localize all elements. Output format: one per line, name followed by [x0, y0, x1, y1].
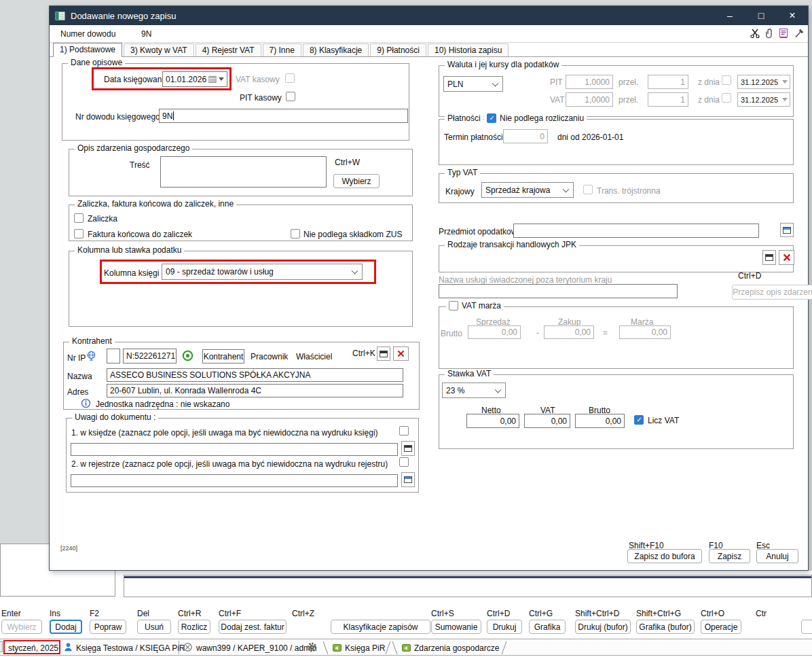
jpk-lookup-button[interactable] — [762, 250, 776, 265]
pin-icon[interactable] — [794, 28, 806, 40]
tresc-textarea[interactable] — [160, 156, 327, 188]
vat-marza-checkbox[interactable] — [449, 301, 458, 310]
vat-input[interactable]: 0,00 — [524, 414, 570, 428]
status-tab-ksiega-pir[interactable]: Księga PiR — [345, 643, 385, 653]
tab-klasyfikacje[interactable]: 8) Klasyfikacje — [303, 43, 369, 56]
vat-kasowy-checkbox — [285, 73, 295, 83]
partial-button[interactable] — [801, 620, 812, 634]
jednostka-nadrzedna-text: Jednostka nadrzędna : nie wskazano — [96, 399, 229, 409]
group-kolumna: Kolumna lub stawka podatku — [69, 251, 413, 327]
key-ctrl-f: Ctrl+F — [219, 609, 241, 618]
grafika-bufor-button[interactable]: Grafika (bufor) — [636, 620, 695, 634]
wlasciciel-toggle[interactable]: Właściciel — [296, 352, 332, 361]
notes-icon[interactable] — [778, 28, 790, 40]
uwaga-rejestr-lookup-button[interactable] — [401, 472, 415, 487]
data-ksiegowania-field[interactable]: 01.01.2026 — [162, 71, 227, 87]
window-icon — [783, 227, 791, 234]
nip-input[interactable]: N:5222612717 — [123, 349, 177, 363]
status-tab-zdarzenia[interactable]: Zdarzenia gospodarcze — [414, 643, 499, 653]
group-title: Stawka VAT — [445, 369, 494, 378]
kontrahent-toggle[interactable]: Kontrahent — [202, 349, 244, 363]
klasyfikacje-zapisow-button[interactable]: Klasyfikacje zapisów — [331, 620, 430, 634]
nr-dowodu-input[interactable]: 9N — [159, 109, 408, 123]
chevron-down-icon — [563, 185, 570, 192]
period-indicator[interactable]: styczeń, 2025 — [8, 643, 58, 653]
licz-vat-checkbox[interactable] — [634, 415, 644, 425]
chevron-down-icon — [352, 268, 358, 274]
stawka-vat-select[interactable]: 23 % — [442, 383, 506, 398]
zaliczka-label: Zaliczka — [88, 214, 117, 224]
uwaga-ksiega-checkbox[interactable] — [399, 426, 409, 436]
separator — [179, 641, 179, 654]
zaliczka-checkbox[interactable] — [74, 213, 84, 223]
typ-vat-select[interactable]: Sprzedaż krajowa — [481, 182, 574, 198]
dodaj-button[interactable]: Dodaj — [50, 620, 82, 634]
tab-kwoty-w-vat[interactable]: 3) Kwoty w VAT — [124, 43, 194, 56]
kontrahent-lookup-button[interactable] — [377, 347, 390, 361]
przedmiot-lookup-button[interactable] — [780, 223, 794, 237]
minimize-button[interactable]: – — [714, 6, 745, 25]
netto-input[interactable]: 0,00 — [466, 414, 519, 428]
globe-icon[interactable] — [86, 351, 96, 363]
nr-ip-prefix-input[interactable] — [107, 349, 120, 363]
drukuj-button[interactable]: Drukuj — [487, 620, 522, 634]
faktura-koncowa-checkbox[interactable] — [74, 229, 84, 238]
group-platnosci: Płatności Nie podlega rozliczaniu — [439, 119, 794, 165]
uwaga-ksiega-input[interactable] — [71, 443, 398, 456]
kolumna-ksiegi-select[interactable]: 09 - sprzedaż towarów i usług — [162, 264, 363, 280]
window-icon — [765, 254, 773, 261]
shield-x-icon — [183, 642, 193, 654]
zapisz-button[interactable]: Zapisz — [709, 549, 750, 563]
uwaga-rejestr-input[interactable] — [71, 474, 398, 487]
user-indicator[interactable]: wawn399 / KAPER_9100 / admin — [196, 643, 316, 653]
drukuj-bufor-button[interactable]: Drukuj (bufor) — [575, 620, 631, 634]
data-ksiegowania-label: Data księgowania — [104, 75, 168, 84]
uwaga-ksiega-lookup-button[interactable] — [401, 441, 415, 456]
status-circle-icon — [182, 350, 193, 363]
company-indicator[interactable]: Księga Testowa / KSIĘGA PiR — [76, 643, 185, 653]
dodaj-zest-faktur-button[interactable]: Dodaj zest. faktur — [219, 620, 287, 634]
tab-rejestr-vat[interactable]: 4) Rejestr VAT — [196, 43, 261, 56]
wybierz-tresc-button[interactable]: Wybierz — [333, 174, 380, 188]
group-title: Zaliczka, faktura końcowa do zaliczek, i… — [75, 199, 236, 209]
tab-inne[interactable]: 7) Inne — [263, 43, 301, 56]
text-caret — [173, 111, 174, 120]
jpk-clear-button[interactable] — [779, 250, 794, 265]
popraw-button[interactable]: Popraw — [90, 620, 126, 634]
waluta-select[interactable]: PLN — [443, 76, 503, 92]
cut-icon[interactable] — [750, 28, 762, 40]
tab-platnosci[interactable]: 9) Płatności — [370, 43, 426, 56]
zapisz-do-bufora-button[interactable]: Zapisz do bufora — [627, 549, 702, 563]
operacje-button[interactable]: Operacje — [701, 620, 741, 634]
user-icon — [63, 642, 73, 654]
dropdown-arrow-icon[interactable] — [219, 77, 224, 81]
key-ctrl-g: Ctrl+G — [529, 609, 553, 618]
nazwa-uslugi-input[interactable] — [439, 284, 678, 298]
key-del: Del — [137, 609, 149, 618]
przedmiot-input[interactable] — [513, 224, 759, 238]
tab-podstawowe[interactable]: 1) Podstawowe — [53, 43, 122, 57]
nazwa-input[interactable]: ASSECO BUSINESS SOLUTIONS SPÓŁKA AKCYJNA — [107, 368, 403, 382]
pit-kasowy-checkbox[interactable] — [286, 92, 295, 101]
uwaga-rejestr-checkbox[interactable] — [399, 457, 409, 467]
gear-icon[interactable] — [306, 641, 318, 655]
kontrahent-clear-button[interactable] — [393, 347, 409, 361]
tab-historia-zapisu[interactable]: 10) Historia zapisu — [428, 43, 509, 56]
usun-button[interactable]: Usuń — [137, 620, 171, 634]
adres-input[interactable]: 20-607 Lublin, ul. Konrada Wallenroda 4C — [107, 384, 403, 397]
close-button[interactable]: × — [777, 6, 808, 25]
termin-platnosci-input: 0 — [503, 129, 548, 143]
paperclip-icon[interactable] — [764, 28, 777, 40]
przedmiot-label: Przedmiot opodatkow. — [439, 227, 519, 236]
sumowanie-button[interactable]: Sumowanie — [431, 620, 481, 634]
nie-podlega-zus-checkbox[interactable] — [291, 229, 300, 238]
rozlicz-button[interactable]: Rozlicz — [178, 620, 210, 634]
window-icon — [404, 445, 412, 452]
maximize-button[interactable]: □ — [745, 6, 777, 25]
anuluj-button[interactable]: Anuluj — [756, 549, 798, 563]
grafika-button[interactable]: Grafika — [529, 620, 566, 634]
pracownik-toggle[interactable]: Pracownik — [251, 352, 288, 361]
brutto-input[interactable]: 0,00 — [575, 414, 625, 428]
nie-podlega-checkbox[interactable] — [487, 113, 496, 123]
vat-kasowy-label: VAT kasowy — [236, 75, 280, 84]
